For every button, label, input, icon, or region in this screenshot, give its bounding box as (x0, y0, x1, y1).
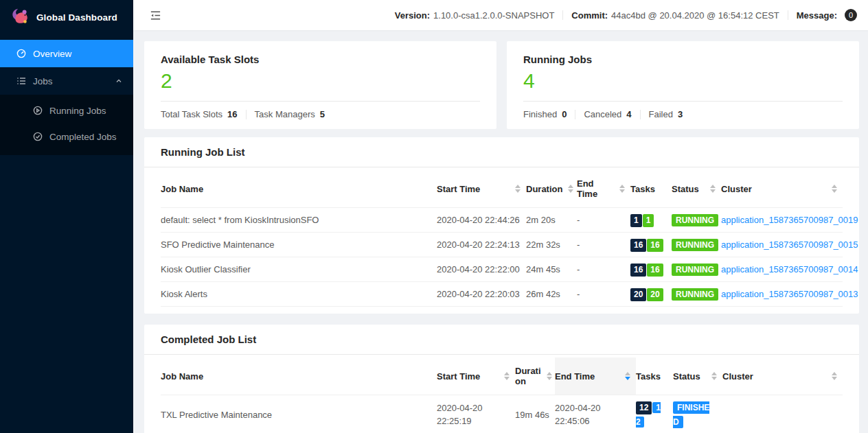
sort-control[interactable] (515, 185, 521, 193)
job-name-cell: Kiosk Outlier Classifier (161, 257, 437, 282)
commit-label: Commit: (571, 10, 608, 21)
duration-cell: 24m 45s (526, 257, 577, 282)
col-duration: Duration (526, 170, 577, 208)
end-time-cell: 2020-04-20 22:45:06 (555, 395, 636, 433)
cluster-link[interactable]: application_1587365700987_0013 (721, 289, 858, 299)
cluster-link[interactable]: application_1587365700987_0015 (721, 239, 858, 250)
status-badge: RUNNING (672, 288, 718, 301)
sidebar-item-running-jobs[interactable]: Running Jobs (0, 97, 133, 124)
completed-jobs-table: Job Name Start Time Duration End Time Ta… (161, 358, 843, 433)
cluster-cell: application_1587365700987_0014 (721, 257, 843, 282)
menu-fold-icon[interactable] (150, 10, 161, 21)
sort-control-active[interactable] (625, 372, 630, 380)
completed-job-list-card: Completed Job List Job Name Start Time D… (144, 325, 859, 433)
cluster-cell: application_1587365700987_0019 (721, 208, 843, 233)
footer-label: Task Managers (255, 109, 315, 119)
sidebar-item-overview[interactable]: Overview (0, 40, 133, 67)
start-time-cell: 2020-04-20 22:20:03 (437, 282, 526, 307)
start-time-cell: 2020-04-20 22:44:26 (437, 208, 526, 233)
sort-control[interactable] (547, 372, 552, 380)
tasks-cell: 11 (630, 208, 672, 233)
status-badge: RUNNING (672, 264, 718, 276)
footer-value: 3 (678, 109, 683, 119)
tasks-cell: 2020 (630, 282, 672, 307)
sort-control[interactable] (568, 185, 573, 193)
table-row[interactable]: TXL Predictive Maintenance 2020-04-20 22… (161, 395, 843, 433)
footer-label: Total Task Slots (161, 109, 222, 119)
tasks-running-badge: 1 (643, 214, 654, 227)
tasks-running-badge: 20 (647, 288, 663, 301)
tasks-cell: 1212 (636, 395, 673, 433)
col-cluster: Cluster (722, 358, 843, 395)
job-name-cell: SFO Predictive Maintenance (161, 233, 437, 257)
app-title: Global Dashboard (36, 12, 117, 23)
available-task-slots-card: Available Task Slots 2 Total Task Slots … (144, 41, 496, 129)
commit-value: 44ac4bd @ 20.04.2020 @ 16:54:12 CEST (611, 10, 779, 21)
col-start-time: Start Time (437, 358, 515, 395)
table-row[interactable]: Kiosk Alerts 2020-04-20 22:20:03 26m 42s… (161, 282, 843, 307)
top-bar: Version: 1.10.0-csa1.2.0.0-SNAPSHOT Comm… (133, 0, 868, 30)
footer-value: 0 (562, 109, 567, 119)
footer-label: Failed (649, 109, 673, 119)
version-label: Version: (395, 10, 430, 21)
sort-control[interactable] (710, 185, 716, 193)
chevron-up-icon (115, 78, 122, 84)
tasks-cell: 1616 (630, 233, 672, 257)
job-name-cell: TXL Predictive Maintenance (161, 395, 437, 433)
sort-control[interactable] (504, 372, 510, 380)
divider (788, 10, 788, 20)
sort-control[interactable] (619, 185, 625, 193)
main-area: Version: 1.10.0-csa1.2.0.0-SNAPSHOT Comm… (133, 0, 868, 433)
table-row[interactable]: default: select * from KioskIntrusionSFO… (161, 208, 843, 233)
flink-logo-icon (10, 5, 30, 29)
table-row[interactable]: Kiosk Outlier Classifier 2020-04-20 22:2… (161, 257, 843, 282)
tasks-running-badge: 16 (647, 239, 663, 252)
card-title: Completed Job List (144, 325, 859, 355)
sidebar-item-label: Completed Jobs (49, 132, 117, 142)
footer-value: 5 (320, 109, 325, 119)
col-status: Status (673, 358, 722, 395)
tasks-total-badge: 1 (630, 214, 642, 227)
divider (640, 110, 641, 119)
running-jobs-value: 4 (523, 69, 843, 93)
list-icon (16, 76, 26, 86)
message-label: Message: (797, 10, 837, 21)
message-count-badge[interactable]: 0 (845, 9, 857, 21)
card-footer: Total Task Slots 16 Task Managers 5 (161, 101, 480, 119)
col-cluster: Cluster (721, 170, 843, 208)
sort-control[interactable] (832, 185, 837, 193)
end-time-cell: - (577, 282, 630, 307)
cluster-link[interactable]: application_1587365700987_0019 (721, 215, 858, 225)
col-status: Status (672, 170, 721, 208)
table-row[interactable]: SFO Predictive Maintenance 2020-04-20 22… (161, 233, 843, 257)
sidebar-item-jobs[interactable]: Jobs (0, 67, 133, 95)
available-task-slots-value: 2 (161, 69, 480, 93)
end-time-cell: - (577, 208, 630, 233)
col-job-name: Job Name (161, 170, 437, 208)
start-time-cell: 2020-04-20 22:24:13 (437, 233, 526, 257)
table-header-row: Job Name Start Time Duration End Time Ta… (161, 358, 843, 395)
status-badge: RUNNING (672, 239, 718, 251)
card-title: Running Job List (144, 137, 859, 167)
duration-cell: 26m 42s (526, 282, 577, 307)
status-cell: RUNNING (672, 208, 721, 233)
tasks-total-badge: 20 (630, 288, 646, 301)
footer-value: 16 (227, 109, 237, 119)
logo[interactable]: Global Dashboard (0, 0, 133, 34)
status-cell: RUNNING (672, 257, 721, 282)
sidebar-item-completed-jobs[interactable]: Completed Jobs (0, 124, 133, 150)
cluster-link[interactable]: application_1587365700987_0014 (721, 264, 858, 274)
job-name-cell: default: select * from KioskIntrusionSFO (161, 208, 437, 233)
footer-value: 4 (626, 109, 631, 119)
card-title: Running Jobs (523, 54, 843, 65)
check-circle-icon (33, 132, 43, 141)
divider (562, 10, 563, 20)
status-cell: RUNNING (672, 233, 721, 257)
col-duration: Duration (515, 358, 555, 395)
sidebar: Global Dashboard Overview Jobs (0, 0, 133, 433)
sort-control[interactable] (832, 372, 837, 380)
tasks-total-badge: 12 (636, 401, 652, 414)
stat-cards: Available Task Slots 2 Total Task Slots … (144, 41, 859, 129)
sort-control[interactable] (711, 372, 717, 380)
col-job-name: Job Name (161, 358, 437, 395)
